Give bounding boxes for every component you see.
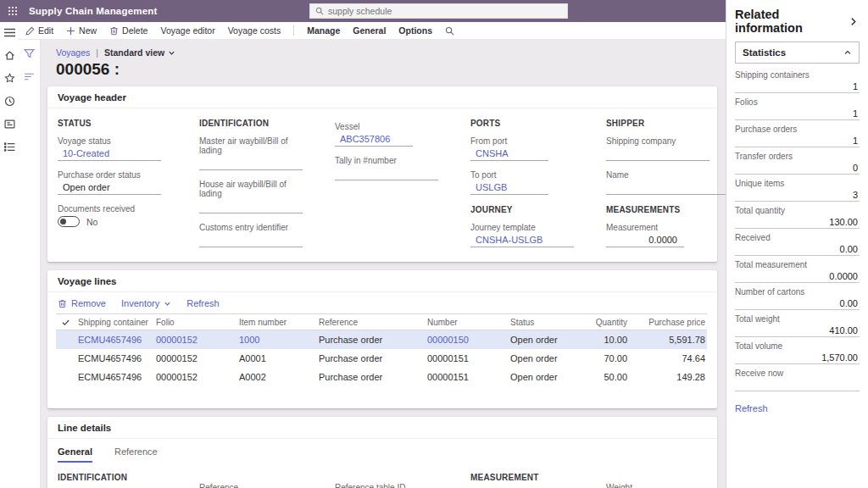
- cell-number[interactable]: 00000150: [424, 335, 507, 345]
- cell-purchase-price: 5,591.78: [636, 335, 707, 345]
- command-bar-search-icon[interactable]: [445, 26, 454, 36]
- trash-icon: [58, 299, 67, 308]
- field-voyage-status: Voyage status 10-Created: [58, 136, 161, 161]
- plus-icon: [66, 26, 75, 36]
- breadcrumb-separator: |: [96, 47, 98, 58]
- cell-item-number: A0002: [236, 372, 315, 382]
- page-content: Voyages | Standard view 000056 : Voyage …: [41, 40, 726, 488]
- col-header-folio[interactable]: Folio: [153, 318, 236, 327]
- modules-list-icon[interactable]: [3, 141, 15, 152]
- voyage-header-section-title[interactable]: Voyage header: [47, 86, 717, 108]
- vessel-input[interactable]: ABC357806: [335, 134, 413, 147]
- group-header-ports: PORTS: [470, 119, 606, 128]
- refresh-lines-button[interactable]: Refresh: [186, 298, 220, 308]
- customs-entry-input[interactable]: [199, 235, 303, 247]
- voyage-status-input[interactable]: 10-Created: [58, 148, 161, 161]
- chevron-down-icon: [168, 49, 175, 57]
- cell-reference: Purchase order: [315, 353, 424, 363]
- line-details-section-title[interactable]: Line details: [47, 417, 717, 439]
- group-header-shipper: SHIPPER: [606, 119, 733, 128]
- shipping-company-input[interactable]: [606, 148, 709, 161]
- stat-received: Received 0.00: [735, 233, 860, 256]
- col-header-status[interactable]: Status: [507, 318, 576, 327]
- group-header-measurements: MEASUREMENTS: [606, 205, 733, 214]
- manage-menu[interactable]: Manage: [307, 25, 340, 36]
- command-bar: Edit New Delete Voyage editor: [19, 22, 726, 40]
- table-row[interactable]: ECMU4657496 00000152 1000 Purchase order…: [56, 330, 707, 349]
- workspaces-icon[interactable]: [3, 118, 15, 130]
- col-header-quantity[interactable]: Quantity: [576, 318, 636, 327]
- field-shipper-name: Name: [606, 170, 733, 195]
- recent-clock-icon[interactable]: [3, 95, 15, 107]
- field-customs-entry: Customs entry identifier: [199, 223, 303, 247]
- table-row[interactable]: ECMU4657496 00000152 A0001 Purchase orde…: [56, 349, 707, 368]
- cell-quantity: 70.00: [576, 353, 636, 363]
- field-ld-weight: Weight 0.00: [606, 483, 684, 488]
- stat-unique-items: Unique items 3: [735, 179, 860, 202]
- cell-purchase-price: 149.28: [636, 372, 707, 382]
- stat-receive-now: Receive now: [735, 369, 860, 391]
- advanced-filter-icon[interactable]: [24, 71, 35, 82]
- filter-funnel-icon[interactable]: [24, 48, 35, 59]
- voyage-lines-card: Voyage lines Remove Inventory: [47, 270, 717, 408]
- voyage-editor-button[interactable]: Voyage editor: [160, 25, 214, 36]
- cell-folio[interactable]: 00000152: [153, 335, 236, 345]
- inventory-menu-button[interactable]: Inventory: [121, 298, 171, 308]
- statistics-section-header[interactable]: Statistics: [735, 42, 860, 64]
- voyage-lines-section-title[interactable]: Voyage lines: [47, 270, 717, 292]
- left-nav-strip: [0, 22, 19, 488]
- field-ld-reference-type: Reference Purchase order: [199, 483, 303, 488]
- group-header-ld-identification: IDENTIFICATION: [58, 473, 199, 482]
- edit-button[interactable]: Edit: [25, 25, 53, 36]
- group-header-ld-measurement: MEASUREMENT: [470, 473, 606, 482]
- chevron-down-icon: [164, 300, 171, 308]
- statistics-refresh-link[interactable]: Refresh: [735, 403, 860, 413]
- search-input[interactable]: [328, 6, 562, 16]
- shipper-name-input[interactable]: [606, 182, 733, 195]
- tab-reference[interactable]: Reference: [114, 446, 158, 463]
- related-information-panel: Related information Statistics Shipping …: [726, 0, 868, 488]
- purchase-order-status-input[interactable]: Open order: [58, 182, 161, 195]
- tally-in-input[interactable]: [335, 168, 438, 180]
- journey-template-input[interactable]: CNSHA-USLGB: [470, 235, 574, 247]
- app-title[interactable]: Supply Chain Management: [29, 6, 158, 16]
- grid-header-row: Shipping container Folio Item number Ref…: [56, 313, 707, 330]
- cell-shipping-container[interactable]: ECMU4657496: [75, 335, 153, 345]
- house-waybill-input[interactable]: [199, 201, 303, 214]
- from-port-input[interactable]: CNSHA: [470, 148, 548, 161]
- field-to-port: To port USLGB: [470, 170, 548, 195]
- general-menu[interactable]: General: [353, 25, 386, 36]
- select-all-checkmark-icon[interactable]: [56, 319, 75, 326]
- stat-total-weight: Total weight 410.00: [735, 314, 860, 337]
- chevron-right-icon[interactable]: [849, 17, 858, 26]
- line-details-col-measurement: MEASUREMENT Measurement 0.0000 Measureme…: [470, 471, 606, 488]
- col-header-shipping-container[interactable]: Shipping container: [75, 318, 153, 327]
- options-menu[interactable]: Options: [398, 25, 432, 36]
- cell-folio: 00000152: [153, 353, 236, 363]
- top-search-box[interactable]: [309, 3, 568, 19]
- voyage-header-col-ports: PORTS From port CNSHA To port USLGB JOUR…: [470, 117, 606, 257]
- voyage-costs-button[interactable]: Voyage costs: [228, 25, 281, 36]
- tab-general[interactable]: General: [58, 446, 92, 463]
- breadcrumb-voyages-link[interactable]: Voyages: [56, 47, 90, 58]
- home-icon[interactable]: [3, 49, 15, 61]
- table-row[interactable]: ECMU4657496 00000152 A0002 Purchase orde…: [56, 368, 707, 386]
- app-launcher-icon[interactable]: [0, 0, 25, 22]
- page-title: 000056 :: [56, 60, 717, 79]
- master-waybill-input[interactable]: [199, 158, 303, 170]
- measurement-input[interactable]: 0.0000: [606, 235, 684, 247]
- col-header-item-number[interactable]: Item number: [236, 318, 315, 327]
- col-header-purchase-price[interactable]: Purchase price: [636, 318, 707, 327]
- hamburger-menu-icon[interactable]: [3, 26, 15, 38]
- delete-button[interactable]: Delete: [109, 25, 147, 36]
- favorites-star-icon[interactable]: [3, 72, 15, 84]
- view-selector[interactable]: Standard view: [104, 47, 175, 58]
- cell-item-number[interactable]: 1000: [236, 335, 315, 345]
- col-header-number[interactable]: Number: [424, 318, 507, 327]
- to-port-input[interactable]: USLGB: [470, 182, 548, 195]
- voyage-header-col-status: STATUS Voyage status 10-Created Purchase…: [58, 117, 199, 257]
- new-button[interactable]: New: [66, 25, 97, 36]
- col-header-reference[interactable]: Reference: [315, 318, 424, 327]
- documents-received-toggle[interactable]: [58, 216, 80, 227]
- remove-line-button[interactable]: Remove: [58, 298, 106, 308]
